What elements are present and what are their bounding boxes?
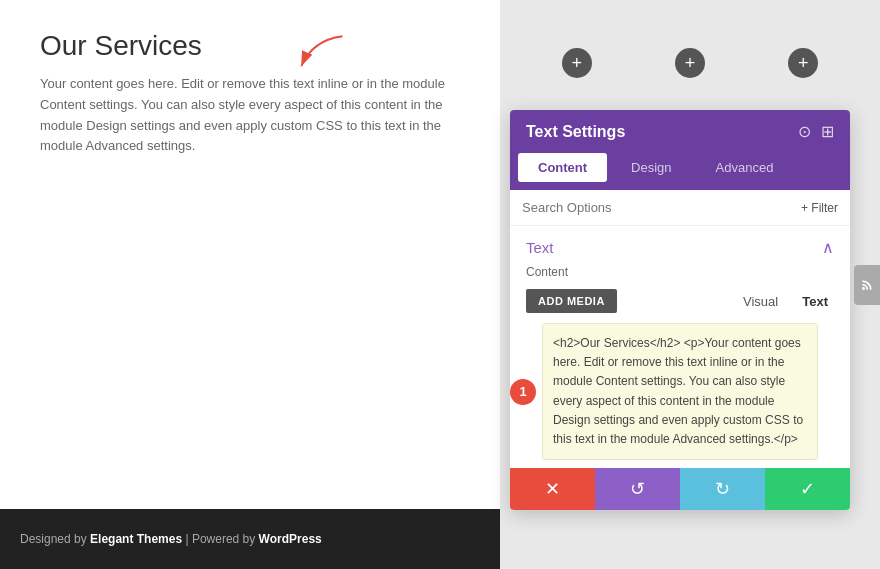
tab-visual[interactable]: Visual [737,290,784,313]
tab-design[interactable]: Design [611,153,691,182]
footer-bar: Designed by Elegant Themes | Powered by … [0,509,500,569]
grid-icon[interactable]: ⊞ [821,122,834,141]
section-title: Text [526,239,554,256]
content-label: Content [510,265,850,285]
cancel-button[interactable]: ✕ [510,468,595,510]
svg-point-1 [862,287,865,290]
tab-content[interactable]: Content [518,153,607,182]
redo-button[interactable]: ↻ [680,468,765,510]
text-section-header: Text ∧ [510,226,850,265]
filter-button[interactable]: + Filter [801,201,838,215]
text-settings-panel: Text Settings ⊙ ⊞ Content Design Advance… [510,110,850,510]
undo-button[interactable]: ↺ [595,468,680,510]
add-media-button[interactable]: ADD MEDIA [526,289,617,313]
tabs-row: Content Design Advanced [510,153,850,190]
arrow-annotation [290,30,350,80]
panel-header: Text Settings ⊙ ⊞ [510,110,850,153]
step-badge: 1 [510,379,536,405]
action-buttons: ✕ ↺ ↻ ✓ [510,468,850,510]
footer-text: Designed by Elegant Themes | Powered by … [20,532,322,546]
chevron-up-icon[interactable]: ∧ [822,238,834,257]
text-editor-area[interactable]: <h2>Our Services</h2> <p>Your content go… [542,323,818,460]
rss-icon[interactable] [854,265,880,305]
panel-header-icons: ⊙ ⊞ [798,122,834,141]
search-input[interactable] [522,200,793,215]
tab-text[interactable]: Text [796,290,834,313]
page-description: Your content goes here. Edit or remove t… [40,74,460,157]
editor-toolbar: ADD MEDIA Visual Text [510,285,850,317]
search-row: + Filter [510,190,850,226]
plus-button-2[interactable]: + [675,48,705,78]
editor-view-tabs: Visual Text [737,290,834,313]
target-icon[interactable]: ⊙ [798,122,811,141]
save-button[interactable]: ✓ [765,468,850,510]
tab-advanced[interactable]: Advanced [696,153,794,182]
plus-button-1[interactable]: + [562,48,592,78]
panel-title: Text Settings [526,123,625,141]
page-title: Our Services [40,30,460,62]
main-content-area: Our Services Your content goes here. Edi… [0,0,500,569]
plus-buttons-area: + + + [500,48,880,78]
plus-button-3[interactable]: + [788,48,818,78]
